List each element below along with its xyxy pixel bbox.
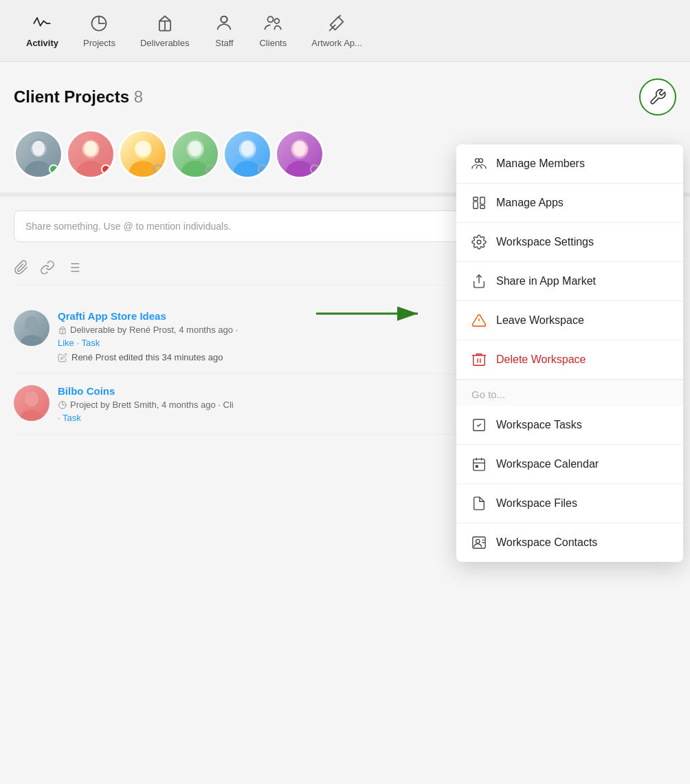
svg-rect-62 — [474, 459, 485, 471]
menu-delete-workspace[interactable]: Delete Workspace — [456, 340, 683, 380]
avatar[interactable] — [14, 129, 63, 179]
svg-point-23 — [189, 141, 201, 156]
menu-manage-apps[interactable]: Manage Apps — [456, 184, 683, 223]
staff-icon — [214, 13, 234, 34]
menu-leave-workspace[interactable]: Leave Workspace — [456, 301, 683, 340]
menu-label: Workspace Settings — [496, 236, 594, 248]
svg-point-47 — [476, 159, 480, 163]
artwork-icon — [326, 13, 347, 34]
nav-clients-label: Clients — [259, 38, 287, 48]
avatar[interactable] — [275, 129, 324, 179]
delete-icon — [471, 352, 487, 367]
menu-share-app-market[interactable]: Share in App Market — [456, 262, 683, 301]
files-icon — [471, 496, 487, 511]
svg-point-48 — [479, 159, 483, 163]
link-icon[interactable] — [40, 260, 55, 278]
activity-meta-text: Deliverable by René Prost, 4 months ago … — [70, 325, 238, 335]
status-busy — [101, 164, 111, 174]
svg-point-6 — [275, 19, 280, 23]
menu-label: Workspace Tasks — [496, 419, 582, 431]
page-header: Client Projects 8 — [14, 78, 676, 116]
svg-point-53 — [477, 240, 481, 244]
top-navigation: Activity Projects Deliverables Staff Cli… — [0, 0, 690, 62]
apps-icon — [471, 195, 487, 210]
nav-projects[interactable]: Projects — [71, 6, 128, 55]
menu-label: Manage Apps — [496, 197, 564, 209]
nav-activity-label: Activity — [26, 38, 58, 48]
nav-deliverables-label: Deliverables — [140, 38, 190, 48]
goto-section-label: Go to... — [456, 380, 683, 406]
avatar[interactable] — [170, 129, 220, 179]
edit-icon — [58, 353, 67, 362]
avatar[interactable] — [66, 129, 115, 179]
menu-workspace-files[interactable]: Workspace Files — [456, 484, 683, 523]
menu-workspace-calendar[interactable]: Workspace Calendar — [456, 445, 683, 484]
svg-point-27 — [241, 141, 254, 156]
projects-icon — [89, 13, 109, 34]
svg-line-7 — [338, 15, 341, 17]
svg-rect-57 — [474, 356, 485, 366]
menu-label: Manage Members — [496, 157, 585, 170]
list-icon[interactable] — [66, 260, 81, 278]
avatar[interactable] — [118, 129, 168, 179]
tasks-icon — [471, 417, 487, 433]
status-empty — [258, 164, 267, 174]
workspace-settings-button[interactable] — [639, 78, 676, 116]
activity-icon — [32, 13, 52, 34]
menu-workspace-contacts[interactable]: Workspace Contacts — [456, 523, 683, 562]
svg-rect-50 — [474, 202, 478, 208]
nav-artwork-label: Artwork Ap... — [311, 38, 362, 48]
status-empty — [310, 164, 320, 174]
members-icon — [471, 156, 487, 171]
menu-label: Leave Workspace — [496, 314, 584, 327]
menu-label: Delete Workspace — [496, 353, 586, 366]
menu-manage-members[interactable]: Manage Members — [456, 144, 683, 184]
status-online — [49, 164, 58, 174]
avatar[interactable] — [223, 129, 272, 179]
menu-label: Workspace Files — [496, 497, 577, 510]
avatar[interactable] — [14, 310, 49, 346]
svg-point-68 — [476, 539, 480, 543]
wrench-icon — [649, 88, 667, 106]
nav-projects-label: Projects — [83, 38, 115, 48]
status-empty — [205, 164, 215, 174]
page-title: Client Projects 8 — [14, 87, 143, 107]
status-empty — [153, 164, 163, 174]
share-icon — [471, 274, 487, 289]
svg-point-15 — [85, 141, 97, 156]
contacts-icon — [471, 535, 487, 550]
activity-action-links[interactable]: · Task — [58, 413, 81, 423]
svg-point-11 — [32, 141, 45, 156]
svg-point-44 — [25, 391, 38, 406]
svg-point-4 — [221, 17, 227, 23]
svg-point-38 — [25, 316, 38, 331]
nav-artwork[interactable]: Artwork Ap... — [299, 6, 375, 55]
svg-point-39 — [21, 335, 43, 346]
edit-text: René Prost edited this 34 minutes ago — [71, 352, 223, 362]
svg-point-45 — [21, 410, 43, 421]
nav-activity[interactable]: Activity — [14, 6, 71, 55]
menu-label: Share in App Market — [496, 275, 596, 287]
clients-icon — [263, 13, 283, 34]
svg-rect-52 — [480, 206, 485, 209]
svg-point-5 — [268, 17, 274, 22]
menu-workspace-settings[interactable]: Workspace Settings — [456, 223, 683, 262]
deliverable-icon — [58, 325, 67, 335]
nav-deliverables[interactable]: Deliverables — [128, 6, 202, 55]
svg-rect-66 — [476, 466, 478, 468]
nav-clients[interactable]: Clients — [247, 6, 299, 55]
nav-staff[interactable]: Staff — [201, 6, 247, 55]
svg-point-31 — [293, 141, 306, 156]
attachment-icon[interactable] — [14, 260, 29, 278]
menu-label: Workspace Contacts — [496, 536, 597, 549]
dropdown-menu: Manage Members Manage Apps Workspace Set… — [456, 144, 683, 562]
menu-workspace-tasks[interactable]: Workspace Tasks — [456, 406, 683, 445]
deliverables-icon — [155, 13, 175, 34]
calendar-icon — [471, 457, 487, 472]
activity-action-links[interactable]: Like · Task — [58, 338, 100, 348]
avatar[interactable] — [14, 385, 49, 421]
nav-staff-label: Staff — [215, 38, 234, 48]
activity-meta-text: Project by Brett Smith, 4 months ago · C… — [70, 400, 234, 410]
main-content: Client Projects 8 — [0, 62, 690, 451]
arrow-indicator — [316, 296, 426, 331]
